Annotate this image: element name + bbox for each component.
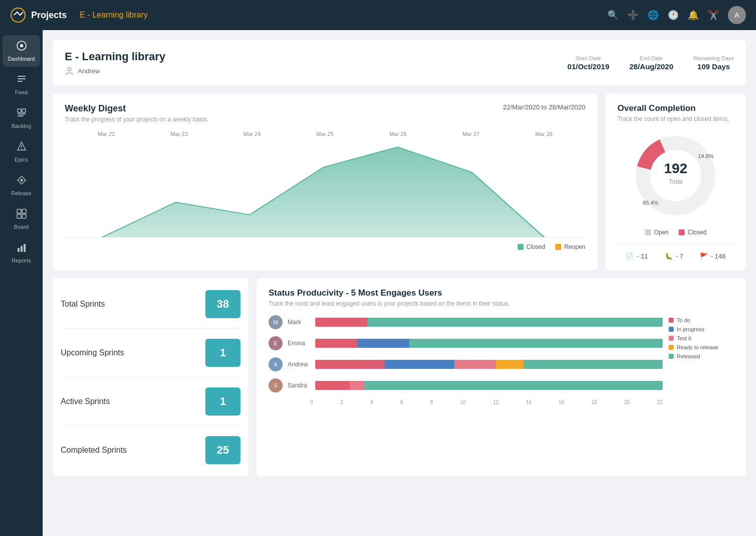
sidebar-item-reports[interactable]: Reports — [3, 237, 40, 269]
release-icon — [16, 175, 27, 188]
user-avatar[interactable]: A — [728, 6, 746, 24]
segment-released — [524, 360, 663, 369]
sidebar-item-label: Reports — [12, 257, 31, 263]
settings-icon[interactable]: ✂️ — [708, 10, 719, 21]
x-tick-20: 20 — [624, 399, 629, 405]
top-navigation: Projects E - Learning library 🔍 ➕ 🌐 🕐 🔔 … — [0, 0, 756, 30]
sprint-completed-label: Completed Sprints — [61, 446, 127, 455]
closed-legend-label: Closed — [688, 229, 706, 236]
legend-label-released: Released — [677, 353, 700, 359]
legend-dot-testit — [669, 336, 674, 341]
legend-reopen: Reopen — [555, 243, 585, 250]
bar-track-emma — [315, 339, 663, 348]
donut-chart-svg: 192 Total 14.6% 85.4% — [631, 130, 721, 221]
flags-value: - 146 — [711, 252, 726, 260]
x-tick-6: 6 — [400, 399, 403, 405]
add-icon[interactable]: ➕ — [627, 10, 639, 21]
svg-rect-8 — [18, 113, 26, 114]
sprint-total-value: 38 — [205, 290, 240, 318]
svg-text:Total: Total — [669, 178, 683, 185]
sidebar-item-backlog[interactable]: Backlog — [3, 102, 40, 134]
legend-dot-released — [669, 354, 674, 359]
x-label-3: Mar 25 — [289, 131, 361, 137]
sidebar-item-label: Dashboard — [8, 56, 35, 62]
sidebar-item-release[interactable]: Release — [3, 170, 40, 201]
x-tick-22: 22 — [657, 399, 663, 405]
project-owner: Andrew — [65, 66, 557, 75]
start-date-block: Start Date 01/Oct/2019 — [567, 55, 609, 71]
sidebar-item-board[interactable]: Board — [3, 203, 40, 235]
weekly-digest-title: Weekly Digest — [65, 103, 208, 114]
completion-card: Overall Completion Track the count of op… — [605, 93, 746, 270]
avatar-andrew: A — [269, 357, 283, 371]
segment-released — [409, 339, 663, 348]
legend-dot-inprogress — [669, 327, 674, 332]
sprint-active-label: Active Sprints — [61, 397, 110, 406]
productivity-subtitle: Track the most and least engaged users i… — [269, 300, 734, 307]
bar-chart-legend: To do In progress Test it Ready to — [669, 315, 734, 405]
segment-todo — [315, 339, 357, 348]
project-dates: Start Date 01/Oct/2019 End Date 28/Aug/2… — [567, 55, 734, 71]
bar-row-mark: M Mark — [269, 315, 663, 329]
x-tick-2: 2 — [340, 399, 343, 405]
stat-flags: 🚩 - 146 — [700, 252, 726, 260]
nav-logo[interactable]: Projects — [10, 7, 67, 23]
bar-chart: M Mark E Emma — [269, 315, 734, 405]
svg-text:14.6%: 14.6% — [698, 153, 713, 159]
start-date-label: Start Date — [576, 55, 601, 61]
sprint-active-value: 1 — [205, 387, 240, 416]
svg-rect-5 — [18, 81, 23, 82]
remaining-label: Remaining Days — [693, 55, 734, 61]
completion-title: Overall Completion — [617, 103, 734, 113]
segment-ready — [496, 360, 524, 369]
sprint-upcoming: Upcoming Sprints 1 — [61, 335, 240, 371]
dashboard-icon — [16, 40, 27, 54]
user-name-emma: Emma — [288, 340, 310, 347]
legend-item-released: Released — [669, 353, 734, 359]
x-label-1: Mar 23 — [143, 131, 215, 137]
clock-icon[interactable]: 🕐 — [668, 10, 679, 21]
bar-users: M Mark E Emma — [269, 315, 663, 405]
svg-point-2 — [20, 44, 23, 47]
sprint-upcoming-value: 1 — [205, 339, 240, 367]
donut-chart-container: 192 Total 14.6% 85.4% — [617, 130, 734, 221]
owner-name: Andrew — [78, 67, 100, 75]
svg-rect-18 — [18, 248, 20, 252]
x-label-6: Mar 28 — [508, 131, 580, 137]
sidebar-item-feed[interactable]: Feed — [3, 69, 40, 100]
bell-icon[interactable]: 🔔 — [688, 10, 699, 21]
flag-icon: 🚩 — [700, 252, 708, 260]
completion-subtitle: Track the count of open and closed items… — [617, 115, 734, 122]
globe-icon[interactable]: 🌐 — [648, 10, 659, 21]
x-tick-0: 0 — [310, 399, 313, 405]
bar-row-emma: E Emma — [269, 336, 663, 350]
sidebar-item-epics[interactable]: Epics — [3, 136, 40, 168]
sidebar-item-dashboard[interactable]: Dashboard — [3, 35, 40, 67]
x-tick-18: 18 — [591, 399, 597, 405]
svg-rect-3 — [18, 76, 26, 77]
feed-icon — [16, 74, 27, 87]
search-icon[interactable]: 🔍 — [607, 10, 618, 21]
owner-icon — [65, 66, 74, 75]
legend-closed: Closed — [518, 243, 545, 250]
x-tick-8: 8 — [430, 399, 433, 405]
remaining-days-block: Remaining Days 109 Days — [693, 55, 734, 71]
sidebar: Dashboard Feed Backlog — [0, 30, 43, 536]
board-icon — [16, 208, 27, 222]
completion-stats: 📄 - 11 🐛 - 7 🚩 - 146 — [617, 244, 734, 260]
backlog-icon — [16, 107, 27, 121]
x-label-2: Mar 24 — [216, 131, 289, 137]
segment-todo — [315, 360, 385, 369]
legend-closed-label: Closed — [527, 243, 545, 250]
sprint-divider-1 — [61, 328, 240, 329]
legend-item-todo: To do — [669, 317, 734, 323]
segment-todo — [315, 318, 367, 327]
segment-inprogress — [385, 360, 454, 369]
segment-released — [364, 381, 663, 390]
user-name-sandra: Sandra — [288, 382, 310, 389]
productivity-title: Status Producivity - 5 Most Engages User… — [269, 288, 734, 298]
closed-legend-dot — [679, 229, 685, 235]
legend-closed-dot — [518, 244, 524, 250]
reports-icon — [16, 242, 27, 255]
svg-text:192: 192 — [664, 161, 688, 176]
